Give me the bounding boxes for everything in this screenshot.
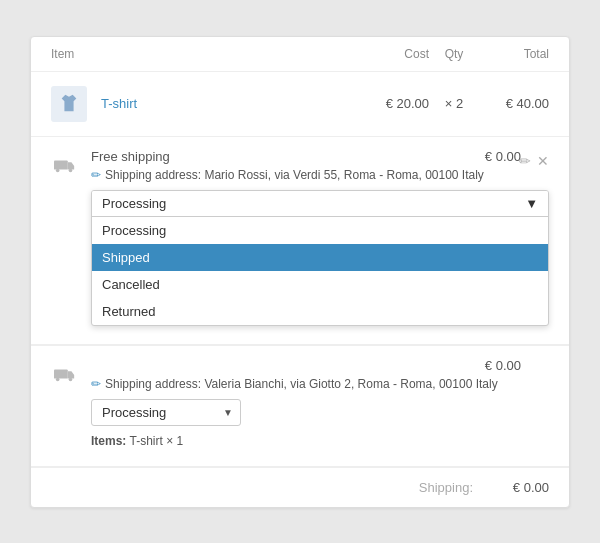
items-label: Items:	[91, 434, 126, 448]
shipping-address-1: ✏Shipping address: Mario Rossi, via Verd…	[91, 168, 549, 182]
delete-icon-1[interactable]: ✕	[537, 153, 549, 169]
product-thumbnail	[51, 86, 87, 122]
product-name-col: T-shirt	[101, 96, 349, 111]
shipping-info-1: Free shipping € 0.00 ✏Shipping address: …	[91, 149, 549, 326]
dropdown-options-1: Processing Shipped Cancelled Returned	[92, 217, 548, 325]
truck-svg-2	[54, 365, 76, 383]
product-total: € 40.00	[479, 96, 549, 111]
shipping-info-2: € 0.00 ✏Shipping address: Valeria Bianch…	[91, 358, 549, 448]
order-card: Item Cost Qty Total T-shirt € 20.00 × 2 …	[30, 36, 570, 508]
shipping-row-2: € 0.00 ✏Shipping address: Valeria Bianch…	[31, 346, 569, 467]
shipping-price-2: € 0.00	[485, 358, 521, 373]
product-link[interactable]: T-shirt	[101, 96, 137, 111]
items-value: T-shirt × 1	[129, 434, 183, 448]
svg-rect-0	[54, 160, 68, 169]
header-qty: Qty	[429, 47, 479, 61]
table-header: Item Cost Qty Total	[31, 37, 569, 72]
items-summary: Items: T-shirt × 1	[91, 434, 549, 448]
svg-point-5	[69, 377, 73, 381]
shipping-label-row-1: Free shipping € 0.00	[91, 149, 549, 164]
footer-shipping-label: Shipping:	[419, 480, 473, 495]
status-select-2[interactable]: Processing Shipped Cancelled Returned	[91, 399, 241, 426]
option-returned-1[interactable]: Returned	[92, 298, 548, 325]
tshirt-icon	[58, 93, 80, 115]
address-pencil-2: ✏	[91, 377, 101, 391]
dropdown-current-value-1: Processing	[102, 196, 166, 211]
product-row: T-shirt € 20.00 × 2 € 40.00	[31, 72, 569, 137]
shipping-row-1: ✏ ✕ Free shipping € 0.00 ✏Shipping addre…	[31, 137, 569, 345]
truck-icon-2	[51, 360, 79, 388]
header-cost: Cost	[349, 47, 429, 61]
product-cost: € 20.00	[349, 96, 429, 111]
product-qty: × 2	[429, 96, 479, 111]
dropdown-arrow-1: ▼	[525, 196, 538, 211]
header-total: Total	[479, 47, 549, 61]
footer-shipping-value: € 0.00	[489, 480, 549, 495]
svg-rect-3	[54, 369, 68, 378]
truck-svg-1	[54, 156, 76, 174]
shipping-info-row-2: € 0.00 ✏Shipping address: Valeria Bianch…	[51, 358, 549, 448]
footer-row: Shipping: € 0.00	[31, 468, 569, 507]
shipping-name-1: Free shipping	[91, 149, 170, 164]
truck-icon-1	[51, 151, 79, 179]
shipping-address-2: ✏Shipping address: Valeria Bianchi, via …	[91, 377, 549, 391]
shipping-price-1: € 0.00	[485, 149, 521, 164]
svg-point-2	[69, 168, 73, 172]
edit-icon-1[interactable]: ✏	[519, 153, 531, 169]
action-icons-1: ✏ ✕	[519, 153, 549, 169]
dropdown-trigger-1[interactable]: Processing ▼	[92, 191, 548, 217]
status-dropdown-1[interactable]: Processing ▼ Processing Shipped Cancelle…	[91, 190, 549, 326]
shipping-label-row-2: € 0.00	[91, 358, 549, 373]
svg-point-4	[56, 377, 60, 381]
option-shipped-1[interactable]: Shipped	[92, 244, 548, 271]
svg-point-1	[56, 168, 60, 172]
status-dropdown-2[interactable]: Processing Shipped Cancelled Returned ▼	[91, 399, 241, 426]
option-processing-1[interactable]: Processing	[92, 217, 548, 244]
option-cancelled-1[interactable]: Cancelled	[92, 271, 548, 298]
header-item: Item	[51, 47, 349, 61]
shipping-info-row-1: Free shipping € 0.00 ✏Shipping address: …	[51, 149, 549, 326]
address-pencil-1: ✏	[91, 168, 101, 182]
